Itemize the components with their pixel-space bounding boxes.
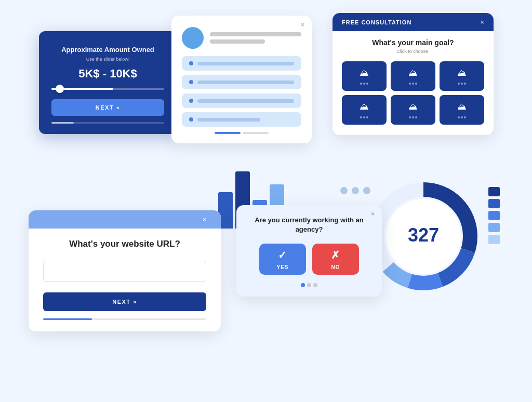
goal-icon-5: ⛰ <box>408 101 418 112</box>
list-dot <box>189 80 193 84</box>
goal-icon-6: ⛰ <box>457 101 467 112</box>
legend-1 <box>488 187 500 196</box>
agency-buttons: ✓ YES ✗ NO <box>248 244 370 275</box>
list-line <box>197 81 294 84</box>
goal-item-2[interactable]: ⛰ <box>391 61 435 91</box>
footer-dot-active <box>215 132 241 134</box>
avatar <box>182 27 204 49</box>
agency-close-button[interactable]: × <box>371 210 375 218</box>
agency-progress <box>248 283 370 287</box>
goal-item-3[interactable]: ⛰ <box>440 61 484 91</box>
header-lines <box>210 32 301 44</box>
list-line <box>197 118 260 122</box>
footer-dot <box>243 132 269 134</box>
card-url: × What's your website URL? NEXT » <box>29 210 221 331</box>
legend-3 <box>488 211 500 220</box>
scene: 327 Approximate Amount Owned Use the sli… <box>0 0 532 402</box>
legend-2 <box>488 199 500 208</box>
amount-progress-fill <box>51 122 74 124</box>
list-close-button[interactable]: × <box>300 21 304 29</box>
card-amount-subtitle: Use the slider below: <box>51 57 164 62</box>
donut-value: 327 <box>408 224 439 246</box>
goal-item-5[interactable]: ⛰ <box>391 95 435 125</box>
url-input[interactable] <box>43 261 206 282</box>
goal-icon-3: ⛰ <box>457 68 467 78</box>
goal-icon-1: ⛰ <box>360 68 369 78</box>
header-line-1 <box>210 32 301 36</box>
progress-dot-2 <box>307 283 311 287</box>
legend-blocks <box>488 187 500 244</box>
url-next-button[interactable]: NEXT » <box>43 292 206 311</box>
goal-icon-2: ⛰ <box>408 68 418 78</box>
no-label: NO <box>331 264 340 270</box>
header-line-2 <box>210 39 265 44</box>
slider-thumb[interactable] <box>56 85 64 93</box>
legend-5 <box>488 235 500 244</box>
url-header: × <box>29 210 221 229</box>
url-progress-bar <box>43 318 206 320</box>
agency-no-button[interactable]: ✗ NO <box>312 244 359 275</box>
list-footer <box>182 132 301 134</box>
list-header <box>182 27 301 49</box>
list-line <box>197 62 294 65</box>
list-line <box>197 99 294 103</box>
checkmark-icon: ✓ <box>278 249 287 261</box>
progress-dot-1 <box>301 283 305 287</box>
card-amount: Approximate Amount Owned Use the slider … <box>39 31 177 134</box>
list-dot <box>189 117 193 122</box>
url-question: What's your website URL? <box>43 239 206 249</box>
card-amount-title: Approximate Amount Owned <box>51 46 164 55</box>
amount-value: 5K$ - 10K$ <box>51 67 164 81</box>
goal-item-6[interactable]: ⛰ <box>440 95 484 125</box>
consult-question: What's your main goal? <box>342 38 484 47</box>
agency-yes-button[interactable]: ✓ YES <box>259 244 306 275</box>
consult-hint: Click to choose. <box>342 49 484 54</box>
url-close-button[interactable]: × <box>202 216 206 223</box>
amount-next-button[interactable]: NEXT » <box>51 99 164 116</box>
legend-4 <box>488 223 500 232</box>
list-item[interactable] <box>182 56 301 71</box>
progress-dot-3 <box>313 283 317 287</box>
goal-icon-4: ⛰ <box>360 101 369 112</box>
card-consult: FREE CONSULTATION × What's your main goa… <box>332 13 494 135</box>
agency-question: Are you currently working with an agency… <box>248 216 370 234</box>
card-agency: × Are you currently working with an agen… <box>236 205 382 297</box>
list-item[interactable] <box>182 93 301 108</box>
goal-grid: ⛰ ⛰ ⛰ ⛰ ⛰ ⛰ <box>342 61 484 125</box>
goal-item-4[interactable]: ⛰ <box>342 95 387 125</box>
amount-progress-bar <box>51 122 164 124</box>
slider-track[interactable] <box>51 88 164 90</box>
consult-header: FREE CONSULTATION × <box>332 13 494 31</box>
x-icon: ✗ <box>331 249 340 261</box>
list-dot <box>189 99 193 103</box>
list-item[interactable] <box>182 75 301 89</box>
yes-label: YES <box>276 264 288 270</box>
card-list: × <box>171 16 312 143</box>
consult-header-title: FREE CONSULTATION <box>342 19 411 25</box>
url-progress-fill <box>43 318 92 320</box>
goal-item-1[interactable]: ⛰ <box>342 61 387 91</box>
consult-close-button[interactable]: × <box>480 18 484 26</box>
list-dot <box>189 61 193 65</box>
list-item[interactable] <box>182 112 301 127</box>
